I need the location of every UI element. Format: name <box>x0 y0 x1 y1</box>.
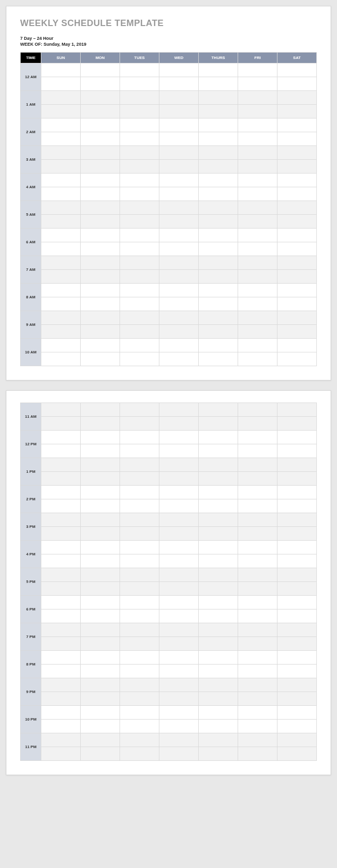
schedule-cell[interactable] <box>277 431 317 444</box>
schedule-cell[interactable] <box>277 311 317 325</box>
schedule-cell[interactable] <box>120 77 159 91</box>
schedule-cell[interactable] <box>120 665 159 678</box>
schedule-cell[interactable] <box>277 706 317 720</box>
schedule-cell[interactable] <box>41 417 81 431</box>
schedule-cell[interactable] <box>277 665 317 678</box>
schedule-cell[interactable] <box>159 417 199 431</box>
schedule-cell[interactable] <box>238 720 277 733</box>
schedule-cell[interactable] <box>277 513 317 527</box>
schedule-cell[interactable] <box>120 417 159 431</box>
schedule-cell[interactable] <box>199 352 238 366</box>
schedule-cell[interactable] <box>199 105 238 118</box>
schedule-cell[interactable] <box>120 472 159 486</box>
schedule-cell[interactable] <box>159 706 199 720</box>
schedule-cell[interactable] <box>81 63 120 77</box>
schedule-cell[interactable] <box>41 527 81 541</box>
schedule-cell[interactable] <box>41 678 81 692</box>
schedule-cell[interactable] <box>199 692 238 706</box>
schedule-cell[interactable] <box>238 651 277 665</box>
schedule-cell[interactable] <box>120 146 159 160</box>
schedule-cell[interactable] <box>199 458 238 472</box>
schedule-cell[interactable] <box>41 174 81 187</box>
schedule-cell[interactable] <box>120 568 159 582</box>
schedule-cell[interactable] <box>81 417 120 431</box>
schedule-cell[interactable] <box>120 297 159 311</box>
schedule-cell[interactable] <box>120 91 159 105</box>
schedule-cell[interactable] <box>277 63 317 77</box>
schedule-cell[interactable] <box>238 215 277 229</box>
schedule-cell[interactable] <box>159 637 199 651</box>
schedule-cell[interactable] <box>159 486 199 499</box>
schedule-cell[interactable] <box>81 105 120 118</box>
schedule-cell[interactable] <box>120 339 159 352</box>
schedule-cell[interactable] <box>81 201 120 215</box>
schedule-cell[interactable] <box>81 499 120 513</box>
schedule-cell[interactable] <box>41 733 81 747</box>
schedule-cell[interactable] <box>159 665 199 678</box>
schedule-cell[interactable] <box>277 297 317 311</box>
schedule-cell[interactable] <box>81 527 120 541</box>
schedule-cell[interactable] <box>41 160 81 174</box>
schedule-cell[interactable] <box>238 132 277 146</box>
schedule-cell[interactable] <box>81 747 120 761</box>
schedule-cell[interactable] <box>41 270 81 284</box>
schedule-cell[interactable] <box>120 229 159 242</box>
schedule-cell[interactable] <box>81 339 120 352</box>
schedule-cell[interactable] <box>81 692 120 706</box>
schedule-cell[interactable] <box>120 431 159 444</box>
schedule-cell[interactable] <box>81 352 120 366</box>
schedule-cell[interactable] <box>41 747 81 761</box>
schedule-cell[interactable] <box>199 499 238 513</box>
schedule-cell[interactable] <box>238 270 277 284</box>
schedule-cell[interactable] <box>159 733 199 747</box>
schedule-cell[interactable] <box>277 472 317 486</box>
schedule-cell[interactable] <box>199 311 238 325</box>
schedule-cell[interactable] <box>120 554 159 568</box>
schedule-cell[interactable] <box>81 568 120 582</box>
schedule-cell[interactable] <box>120 403 159 417</box>
schedule-cell[interactable] <box>277 229 317 242</box>
schedule-cell[interactable] <box>81 472 120 486</box>
schedule-cell[interactable] <box>277 499 317 513</box>
schedule-cell[interactable] <box>159 297 199 311</box>
schedule-cell[interactable] <box>238 733 277 747</box>
schedule-cell[interactable] <box>238 541 277 554</box>
schedule-cell[interactable] <box>277 458 317 472</box>
schedule-cell[interactable] <box>120 352 159 366</box>
schedule-cell[interactable] <box>81 284 120 297</box>
schedule-cell[interactable] <box>41 403 81 417</box>
schedule-cell[interactable] <box>199 325 238 339</box>
schedule-cell[interactable] <box>120 733 159 747</box>
schedule-cell[interactable] <box>199 215 238 229</box>
schedule-cell[interactable] <box>238 623 277 637</box>
schedule-cell[interactable] <box>81 132 120 146</box>
schedule-cell[interactable] <box>238 665 277 678</box>
schedule-cell[interactable] <box>238 118 277 132</box>
schedule-cell[interactable] <box>159 747 199 761</box>
schedule-cell[interactable] <box>199 339 238 352</box>
schedule-cell[interactable] <box>199 541 238 554</box>
schedule-cell[interactable] <box>277 256 317 270</box>
schedule-cell[interactable] <box>199 623 238 637</box>
schedule-cell[interactable] <box>159 118 199 132</box>
schedule-cell[interactable] <box>41 297 81 311</box>
schedule-cell[interactable] <box>199 403 238 417</box>
schedule-cell[interactable] <box>199 256 238 270</box>
schedule-cell[interactable] <box>120 105 159 118</box>
schedule-cell[interactable] <box>120 215 159 229</box>
schedule-cell[interactable] <box>120 678 159 692</box>
schedule-cell[interactable] <box>159 201 199 215</box>
schedule-cell[interactable] <box>277 187 317 201</box>
schedule-cell[interactable] <box>41 541 81 554</box>
schedule-cell[interactable] <box>120 720 159 733</box>
schedule-cell[interactable] <box>159 215 199 229</box>
schedule-cell[interactable] <box>199 444 238 458</box>
schedule-cell[interactable] <box>238 325 277 339</box>
schedule-cell[interactable] <box>277 174 317 187</box>
schedule-cell[interactable] <box>159 160 199 174</box>
schedule-cell[interactable] <box>199 242 238 256</box>
schedule-cell[interactable] <box>41 146 81 160</box>
schedule-cell[interactable] <box>81 146 120 160</box>
schedule-cell[interactable] <box>120 118 159 132</box>
schedule-cell[interactable] <box>238 431 277 444</box>
